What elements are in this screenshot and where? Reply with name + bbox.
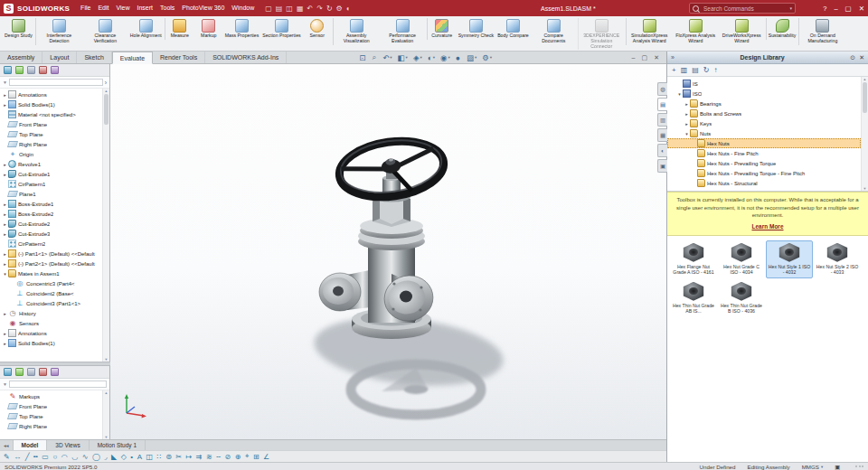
- sketch-icon[interactable]: ✎: [4, 453, 10, 461]
- ribbon-button[interactable]: Design Study: [3, 18, 34, 40]
- panel-overflow-chevron-icon[interactable]: ›: [105, 80, 107, 86]
- centerpoint-arc-icon[interactable]: ◠: [61, 453, 68, 461]
- tree-item[interactable]: Top Plane: [0, 411, 102, 421]
- library-part-item[interactable]: Hex Nut Style 1 ISO - 4032: [766, 240, 813, 278]
- close-pane-icon[interactable]: ✕: [859, 54, 864, 61]
- spline-icon[interactable]: ∿: [82, 453, 89, 461]
- feature-tree-item[interactable]: ▸ Annotations: [0, 328, 102, 338]
- text-icon[interactable]: A: [137, 453, 142, 461]
- feature-tree-item[interactable]: ▸ (-) Part1<1> (Default) <<Default: [0, 249, 102, 258]
- print-icon[interactable]: ▦: [297, 5, 304, 13]
- command-tab[interactable]: Layout: [42, 52, 77, 63]
- feature-tree-item[interactable]: Material <not specified>: [0, 109, 102, 119]
- ribbon-button[interactable]: 3DEXPERIENCE Simulation Connector: [578, 18, 625, 50]
- library-tree-item[interactable]: IS: [667, 79, 861, 89]
- tree-item[interactable]: ✎ Markups: [0, 391, 102, 401]
- edit-appearance-icon[interactable]: ●: [456, 53, 461, 62]
- expand-arrow-icon[interactable]: ▸: [2, 311, 8, 316]
- feature-tree-item[interactable]: ◎ Concentric3 (Part4<: [0, 278, 102, 288]
- library-part-item[interactable]: Hex Flange Nut Grade A ISO - 4161: [670, 240, 717, 278]
- smart-dimension-icon[interactable]: ↔: [14, 453, 21, 461]
- document-tab[interactable]: Motion Study 1: [90, 440, 146, 450]
- expand-arrow-icon[interactable]: ▸: [2, 261, 8, 267]
- dropdown-caret-icon[interactable]: ▾: [420, 55, 421, 60]
- feature-tree-item[interactable]: Front Plane: [0, 119, 102, 129]
- expand-arrow-icon[interactable]: ▸: [2, 162, 8, 167]
- instant2d-icon[interactable]: ∠: [263, 453, 269, 461]
- ribbon-button[interactable]: SimulationXpress Analysis Wizard: [626, 18, 673, 45]
- corner-rectangle-icon[interactable]: ▭: [42, 453, 49, 461]
- apply-scene-icon[interactable]: ▨ ▾: [467, 53, 476, 62]
- point-icon[interactable]: •: [130, 453, 133, 461]
- scrollbar-thumb[interactable]: [863, 82, 867, 113]
- offset-entities-icon[interactable]: ≋: [206, 453, 212, 461]
- units-selector[interactable]: MMGS ▾: [802, 464, 824, 470]
- expand-arrow-icon[interactable]: ▸: [2, 331, 8, 336]
- feature-tree-item[interactable]: ▸ Solid Bodies(1): [0, 338, 102, 348]
- ribbon-button[interactable]: Symmetry Check: [457, 18, 496, 40]
- appearances-tab-icon[interactable]: ◐: [657, 144, 667, 157]
- propertymanager-tab-icon[interactable]: [15, 66, 24, 74]
- feature-tree-item[interactable]: ▾ Mates in Assem1: [0, 268, 102, 278]
- feature-tree-item[interactable]: ◉ Sensors: [0, 318, 102, 328]
- tree-filter-input[interactable]: [9, 79, 103, 86]
- search-input[interactable]: [702, 5, 787, 13]
- library-tree-item[interactable]: Hex Nuts - Structural: [667, 178, 861, 188]
- dropdown-caret-icon[interactable]: ▾: [490, 55, 492, 60]
- expand-arrow-icon[interactable]: ▸: [2, 251, 8, 257]
- scrollbar-thumb[interactable]: [104, 94, 108, 125]
- feature-tree-item[interactable]: ▸ Cut-Extrude1: [0, 169, 102, 179]
- configurationmanager-tab-icon[interactable]: [27, 368, 35, 376]
- command-tab[interactable]: Sketch: [77, 52, 111, 63]
- sketch-fillet-icon[interactable]: ◞: [104, 453, 107, 461]
- tree-item[interactable]: Right Plane: [0, 421, 102, 431]
- zoom-to-area-icon[interactable]: ⌕: [372, 52, 377, 62]
- display-relations-icon[interactable]: ⊘: [224, 453, 231, 461]
- propertymanager-tab-icon[interactable]: [15, 368, 24, 376]
- linear-sketch-pattern-icon[interactable]: ∷: [157, 453, 162, 461]
- ribbon-button[interactable]: Body Compare: [495, 18, 531, 40]
- expand-arrow-icon[interactable]: ▸: [2, 172, 8, 177]
- feature-tree-item[interactable]: ⌖ Origin: [0, 149, 102, 159]
- resize-grip[interactable]: [855, 465, 863, 467]
- scroll-tabs-icon[interactable]: ◂◂: [0, 440, 14, 450]
- 3dexperience-tab-icon[interactable]: ◍: [657, 82, 667, 96]
- tree-item[interactable]: Front Plane: [0, 401, 102, 411]
- expand-arrow-icon[interactable]: ▸: [2, 202, 8, 207]
- feature-tree-item[interactable]: CirPattern1: [0, 179, 102, 189]
- menu-item[interactable]: PhotoView 360: [178, 0, 228, 16]
- library-part-item[interactable]: Hex Nut Grade C ISO - 4034: [718, 240, 765, 278]
- ribbon-button[interactable]: Hole Alignment: [128, 18, 164, 40]
- repair-sketch-icon[interactable]: ⊕: [235, 453, 241, 461]
- circular-sketch-pattern-icon[interactable]: ⊚: [165, 453, 172, 461]
- expand-arrow-icon[interactable]: ▸: [2, 212, 8, 217]
- refresh-icon[interactable]: ↻: [703, 66, 710, 74]
- polygon-icon[interactable]: ◇: [121, 453, 127, 461]
- library-tree-item[interactable]: ▸ Bolts and Screws: [667, 108, 861, 118]
- featuremanager-tab-icon[interactable]: [4, 66, 12, 74]
- ribbon-button[interactable]: Measure: [165, 18, 194, 40]
- dimxpertmanager-tab-icon[interactable]: [39, 66, 47, 74]
- display-style-icon[interactable]: ◐ ▾: [428, 53, 435, 62]
- filter-icon[interactable]: ▼: [3, 80, 7, 85]
- ribbon-button[interactable]: Mass Properties: [223, 18, 260, 40]
- ellipse-icon[interactable]: ◯: [92, 453, 100, 461]
- scroll-up-icon[interactable]: ▴: [863, 77, 865, 81]
- feature-tree-item[interactable]: ▸ ◷ History: [0, 308, 102, 318]
- displaymanager-tab-icon[interactable]: [51, 368, 59, 376]
- expand-arrow-icon[interactable]: ▸: [684, 121, 690, 127]
- graphics-viewport[interactable]: [110, 64, 666, 439]
- viewport-close-icon[interactable]: ✕: [654, 54, 659, 61]
- view-settings-icon[interactable]: ⚙ ▾: [482, 53, 492, 62]
- command-tab[interactable]: SOLIDWORKS Add-Ins: [205, 52, 287, 63]
- feature-tree-scrollbar[interactable]: ▴ ▾: [102, 89, 109, 362]
- scroll-down-icon[interactable]: ▾: [105, 357, 107, 362]
- dropdown-caret-icon[interactable]: ▾: [448, 55, 450, 60]
- zoom-to-fit-icon[interactable]: ⊡: [359, 53, 366, 62]
- ribbon-button[interactable]: Interference Detection: [35, 18, 82, 45]
- library-tree-item[interactable]: Hex Nuts: [667, 138, 861, 148]
- minimize-icon[interactable]: –: [834, 5, 837, 13]
- construction-geometry-icon[interactable]: ╌: [216, 453, 221, 461]
- expand-arrow-icon[interactable]: ▾: [2, 271, 8, 277]
- menu-item[interactable]: View: [112, 0, 133, 16]
